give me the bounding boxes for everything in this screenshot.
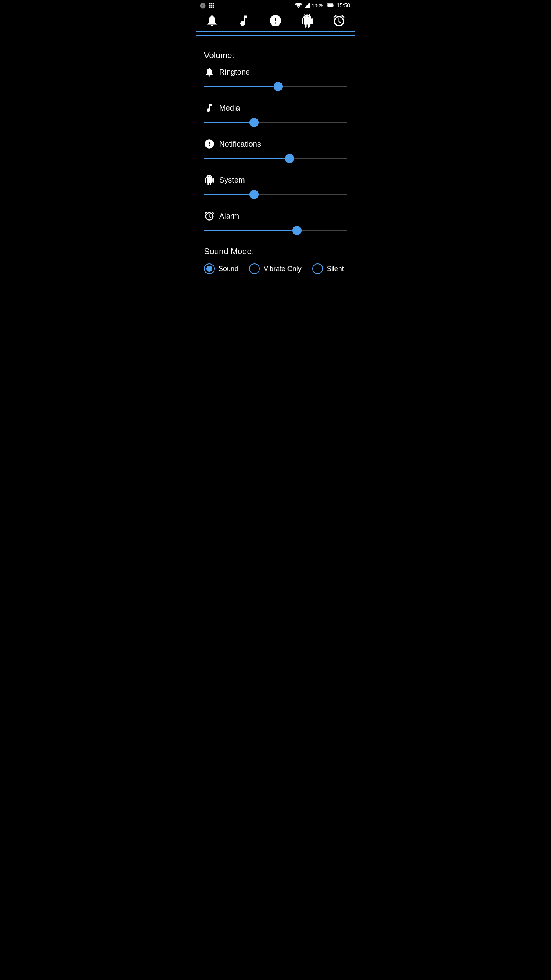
svg-rect-3 <box>211 3 212 4</box>
notifications-icon <box>204 139 215 149</box>
svg-rect-15 <box>333 5 334 6</box>
status-right-icons: 100% 15:50 <box>295 2 350 8</box>
volume-item-system: System <box>204 175 347 200</box>
tab-bar <box>196 11 355 37</box>
alarm-icon <box>204 211 215 221</box>
svg-rect-7 <box>213 5 214 7</box>
sound-radio-label: Sound <box>218 265 238 273</box>
alarm-tab-icon <box>332 14 346 28</box>
svg-rect-10 <box>213 7 214 8</box>
main-content: Volume: Ringtone Media <box>196 37 355 280</box>
battery-icon <box>327 3 334 8</box>
media-icon <box>204 103 215 113</box>
system-slider[interactable] <box>204 189 347 200</box>
volume-item-media: Media <box>204 103 347 128</box>
system-label-row: System <box>204 175 347 185</box>
ringtone-label: Ringtone <box>219 68 250 77</box>
tab-media[interactable] <box>228 14 260 36</box>
volume-title: Volume: <box>204 51 347 60</box>
ringtone-icon <box>204 67 215 77</box>
battery-percent: 100% <box>312 3 324 8</box>
media-label-row: Media <box>204 103 347 113</box>
svg-text:!: ! <box>202 4 204 8</box>
sound-mode-sound[interactable]: Sound <box>204 263 238 274</box>
notifications-label: Notifications <box>219 140 261 149</box>
svg-rect-5 <box>209 5 210 7</box>
notifications-slider[interactable] <box>204 153 347 164</box>
wifi-icon <box>295 3 302 8</box>
volume-section: Volume: Ringtone Media <box>204 51 347 236</box>
svg-point-11 <box>298 7 299 8</box>
svg-rect-8 <box>209 7 210 8</box>
status-bar: ! 100% <box>196 0 355 11</box>
grid-status-icon <box>208 2 215 9</box>
android-tab-icon <box>300 14 314 28</box>
status-time: 15:50 <box>337 2 350 8</box>
tab-notifications[interactable] <box>260 14 292 36</box>
svg-rect-2 <box>209 3 210 4</box>
alarm-label: Alarm <box>219 212 239 220</box>
sound-radio-circle[interactable] <box>204 263 215 274</box>
alert-tab-icon <box>269 14 282 28</box>
svg-rect-6 <box>211 5 212 7</box>
tab-system[interactable] <box>291 14 323 36</box>
svg-marker-12 <box>304 3 310 8</box>
volume-item-notifications: Notifications <box>204 139 347 164</box>
system-label: System <box>219 176 245 185</box>
tab-alarm[interactable] <box>323 14 355 36</box>
svg-rect-9 <box>211 7 212 8</box>
vibrate-radio-label: Vibrate Only <box>264 265 302 273</box>
media-label: Media <box>219 104 240 113</box>
silent-radio-label: Silent <box>327 265 344 273</box>
notification-status-icon: ! <box>199 2 206 9</box>
media-slider[interactable] <box>204 117 347 128</box>
alarm-label-row: Alarm <box>204 211 347 221</box>
status-left-icons: ! <box>199 2 215 9</box>
ringtone-slider[interactable] <box>204 81 347 92</box>
ringtone-label-row: Ringtone <box>204 67 347 77</box>
music-tab-icon <box>237 14 251 28</box>
signal-icon <box>304 3 310 8</box>
vibrate-radio-circle[interactable] <box>249 263 260 274</box>
sound-mode-radio-group: Sound Vibrate Only Silent <box>204 263 347 274</box>
notifications-label-row: Notifications <box>204 139 347 149</box>
silent-radio-circle[interactable] <box>312 263 323 274</box>
system-icon <box>204 175 215 185</box>
alarm-slider[interactable] <box>204 225 347 236</box>
svg-rect-4 <box>213 3 214 4</box>
bell-tab-icon <box>205 14 219 28</box>
volume-item-alarm: Alarm <box>204 211 347 236</box>
volume-item-ringtone: Ringtone <box>204 67 347 92</box>
sound-mode-vibrate[interactable]: Vibrate Only <box>249 263 302 274</box>
svg-rect-14 <box>327 4 333 7</box>
sound-mode-section: Sound Mode: Sound Vibrate Only Silent <box>204 247 347 274</box>
tab-ringtone[interactable] <box>196 14 228 36</box>
sound-mode-title: Sound Mode: <box>204 247 347 256</box>
sound-mode-silent[interactable]: Silent <box>312 263 344 274</box>
